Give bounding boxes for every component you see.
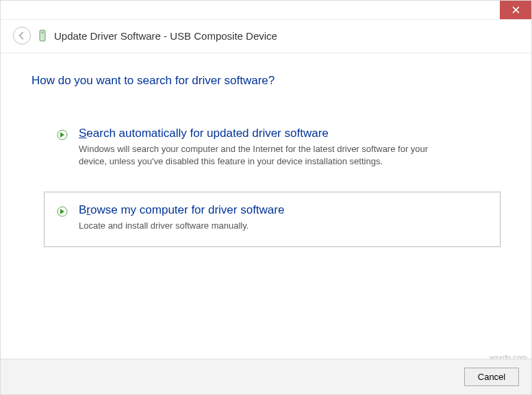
option-description: Windows will search your computer and th… [79, 143, 448, 168]
arrow-right-icon [57, 206, 69, 220]
wizard-footer: Cancel [1, 359, 531, 394]
close-icon [512, 6, 520, 14]
option-browse-computer[interactable]: Browse my computer for driver software L… [44, 192, 501, 246]
close-button[interactable] [500, 1, 531, 19]
wizard-content: How do you want to search for driver sof… [1, 53, 531, 264]
arrow-right-icon [57, 129, 69, 143]
cancel-button[interactable]: Cancel [464, 368, 519, 386]
svg-rect-1 [41, 31, 44, 34]
option-title: Search automatically for updated driver … [79, 127, 487, 140]
wizard-header: Update Driver Software - USB Composite D… [1, 20, 531, 53]
option-search-automatically[interactable]: Search automatically for updated driver … [44, 115, 501, 182]
titlebar [1, 1, 531, 20]
wizard-question: How do you want to search for driver sof… [31, 74, 501, 88]
back-arrow-icon [17, 31, 27, 40]
option-title: Browse my computer for driver software [79, 203, 487, 217]
option-description: Locate and install driver software manua… [79, 220, 448, 232]
wizard-title: Update Driver Software - USB Composite D… [54, 30, 277, 42]
back-button[interactable] [13, 27, 31, 44]
device-icon [38, 29, 47, 42]
options-list: Search automatically for updated driver … [31, 115, 501, 247]
